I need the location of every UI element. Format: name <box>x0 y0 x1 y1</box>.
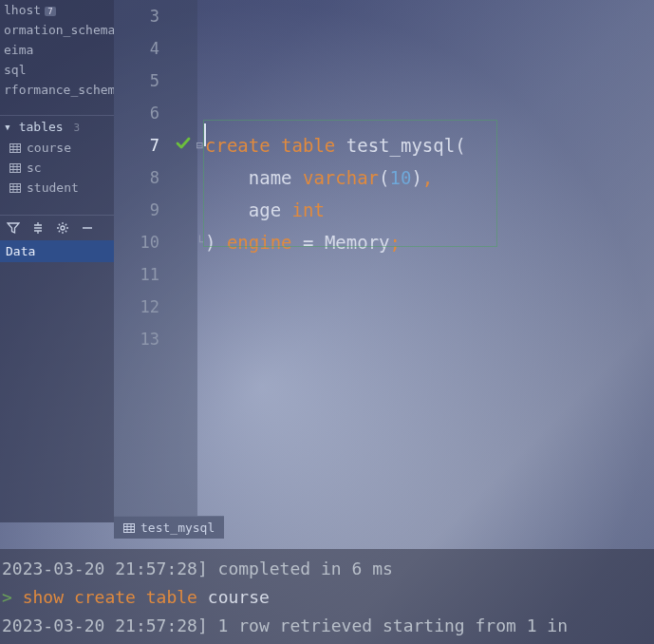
expand-icon: ▾ <box>4 120 19 134</box>
table-name: sc <box>27 161 42 175</box>
line-number: 3 <box>114 0 197 32</box>
editor-tab[interactable]: test_mysql <box>114 516 224 539</box>
code-line[interactable]: age int <box>205 194 654 226</box>
svg-rect-16 <box>124 523 135 532</box>
database-sidebar: lhost7ormation_schemaeimasqlrformance_sc… <box>0 0 114 522</box>
output-console[interactable]: 2023-03-20 21:57:28] completed in 6 ms >… <box>0 549 654 644</box>
line-number: 11 <box>114 258 197 291</box>
svg-rect-10 <box>10 183 21 192</box>
check-icon <box>175 135 192 156</box>
svg-point-15 <box>61 226 65 230</box>
database-item[interactable]: ormation_schema <box>0 20 114 40</box>
table-name: course <box>27 141 71 155</box>
table-item[interactable]: student <box>0 178 114 198</box>
table-icon <box>9 143 21 153</box>
filter-icon[interactable] <box>6 220 21 236</box>
code-editor[interactable]: 34567⊟8910└111213 create table test_mysq… <box>114 0 654 516</box>
line-number: 6 <box>114 97 197 129</box>
table-icon <box>123 523 135 533</box>
line-number: 13 <box>114 323 197 355</box>
console-line: 2023-03-20 21:57:28] 1 row retrieved sta… <box>2 612 652 640</box>
svg-rect-0 <box>10 143 21 152</box>
code-line[interactable] <box>205 258 654 291</box>
table-name: student <box>27 180 79 195</box>
tab-label: test_mysql <box>140 521 215 535</box>
console-line: > show create table course <box>2 583 652 612</box>
line-number: 7⊟ <box>114 129 197 161</box>
text-caret <box>204 123 206 146</box>
count-badge: 7 <box>45 7 55 16</box>
code-line[interactable]: ) engine = Memory; <box>205 226 654 258</box>
line-number: 4 <box>114 32 197 65</box>
code-line[interactable] <box>205 65 654 97</box>
sidebar-toolbar <box>0 215 114 240</box>
code-area[interactable]: create table test_mysql( name varchar(10… <box>197 0 654 516</box>
collapse-icon[interactable] <box>30 220 46 236</box>
line-number: 10└ <box>114 226 197 258</box>
line-gutter: 34567⊟8910└111213 <box>114 0 197 516</box>
line-number: 9 <box>114 194 197 226</box>
line-number: 5 <box>114 65 197 97</box>
database-item[interactable]: lhost7 <box>0 0 114 20</box>
tables-label: tables <box>19 120 64 134</box>
code-line[interactable] <box>205 323 654 355</box>
line-number: 8 <box>114 161 197 194</box>
code-line[interactable] <box>205 32 654 65</box>
table-item[interactable]: course <box>0 138 114 158</box>
code-line[interactable] <box>205 97 654 129</box>
table-item[interactable]: sc <box>0 158 114 178</box>
gear-icon[interactable] <box>55 220 70 236</box>
code-line[interactable] <box>205 291 654 323</box>
database-item[interactable]: sql <box>0 60 114 80</box>
line-number: 12 <box>114 291 197 323</box>
tables-count: 3 <box>73 122 80 134</box>
code-line[interactable]: name varchar(10), <box>205 161 654 194</box>
tables-header[interactable]: ▾ tables 3 <box>0 115 114 138</box>
console-line: 2023-03-20 21:57:28] completed in 6 ms <box>2 555 652 583</box>
table-icon <box>9 183 21 193</box>
table-icon <box>9 163 21 173</box>
database-item[interactable]: rformance_schem <box>0 80 114 100</box>
code-line[interactable]: create table test_mysql( <box>205 129 654 161</box>
code-line[interactable] <box>205 0 654 32</box>
database-item[interactable]: eima <box>0 40 114 60</box>
svg-rect-5 <box>10 163 21 172</box>
active-panel-tab[interactable]: Data <box>0 240 114 262</box>
minimize-icon[interactable] <box>80 220 95 236</box>
